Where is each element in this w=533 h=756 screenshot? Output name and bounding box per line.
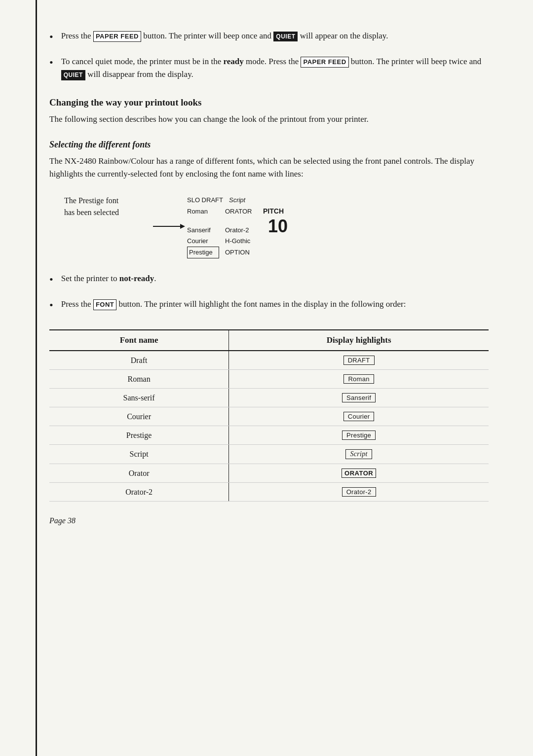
font-name-cell: Sans-serif bbox=[49, 389, 229, 407]
ready-bold: ready bbox=[224, 57, 244, 66]
font-kbd: FONT bbox=[93, 299, 116, 310]
bullet-text: Press the PAPER FEED button. The printer… bbox=[61, 30, 489, 42]
display-cell: Sanserif bbox=[229, 389, 489, 407]
font-name-cell: Orator-2 bbox=[49, 483, 229, 502]
display-cell: Courier bbox=[229, 407, 489, 426]
font-name-cell: Orator bbox=[49, 464, 229, 483]
font-name-cell: Roman bbox=[49, 370, 229, 389]
subsection-heading: Selecting the different fonts bbox=[49, 140, 489, 150]
section-body: The following section describes how you … bbox=[49, 113, 489, 126]
font-table: Font name Display highlights Draft DRAFT… bbox=[49, 329, 489, 502]
section-heading: Changing the way your printout looks bbox=[49, 97, 489, 108]
quiet-inverted-2: QUIET bbox=[61, 70, 85, 80]
list-item: • To cancel quiet mode, the printer must… bbox=[49, 55, 489, 81]
table-row: Prestige Prestige bbox=[49, 426, 489, 445]
table-header-font: Font name bbox=[49, 330, 229, 351]
display-diagram: The Prestige font has been selected SLO … bbox=[64, 195, 489, 258]
font-name-cell: Courier bbox=[49, 407, 229, 426]
paper-feed-kbd-2: PAPER FEED bbox=[301, 57, 348, 68]
display-row-4: Courier H-Gothic bbox=[187, 236, 288, 247]
diagram-label: The Prestige font has been selected bbox=[64, 195, 153, 218]
list-item: • Press the FONT button. The printer wil… bbox=[49, 298, 489, 314]
display-cell: Orator-2 bbox=[229, 483, 489, 502]
bullet-dot: • bbox=[49, 271, 53, 288]
table-row: Draft DRAFT bbox=[49, 351, 489, 370]
display-panel: SLO DRAFT Script Roman ORATOR PITCH Sans… bbox=[187, 195, 288, 258]
table-row: Orator-2 Orator-2 bbox=[49, 483, 489, 502]
svg-marker-1 bbox=[180, 224, 185, 229]
bottom-bullet-list: • Set the printer to not-ready. • Press … bbox=[49, 272, 489, 314]
display-row-3: Sanserif Orator-2 10 bbox=[187, 217, 288, 236]
diagram-arrow bbox=[153, 223, 185, 229]
table-row: Roman Roman bbox=[49, 370, 489, 389]
display-cell: Roman bbox=[229, 370, 489, 389]
list-item: • Set the printer to not-ready. bbox=[49, 272, 489, 288]
paper-feed-kbd-1: PAPER FEED bbox=[93, 31, 141, 42]
bullet-dot: • bbox=[49, 29, 53, 45]
list-item: • Press the PAPER FEED button. The print… bbox=[49, 30, 489, 45]
table-row: Orator ORATOR bbox=[49, 464, 489, 483]
bullet-text: To cancel quiet mode, the printer must b… bbox=[61, 55, 489, 81]
table-row: Sans-serif Sanserif bbox=[49, 389, 489, 407]
quiet-inverted-1: QUIET bbox=[273, 32, 298, 42]
bullet-text: Press the FONT button. The printer will … bbox=[61, 298, 489, 311]
display-row-1: SLO DRAFT Script bbox=[187, 195, 288, 206]
subsection-body: The NX-2480 Rainbow/Colour has a range o… bbox=[49, 155, 489, 181]
top-bullet-list: • Press the PAPER FEED button. The print… bbox=[49, 30, 489, 81]
table-header-display: Display highlights bbox=[229, 330, 489, 351]
display-cell: ORATOR bbox=[229, 464, 489, 483]
page-border bbox=[36, 0, 37, 756]
table-row: Courier Courier bbox=[49, 407, 489, 426]
display-cell: Script bbox=[229, 445, 489, 464]
page-number: Page 38 bbox=[49, 516, 489, 525]
font-name-cell: Script bbox=[49, 445, 229, 464]
display-cell: DRAFT bbox=[229, 351, 489, 370]
display-cell: Prestige bbox=[229, 426, 489, 445]
display-row-5: Prestige OPTION bbox=[187, 247, 288, 258]
font-name-cell: Draft bbox=[49, 351, 229, 370]
not-ready-bold: not-ready bbox=[119, 274, 154, 283]
arrow-icon bbox=[153, 223, 185, 229]
table-row: Script Script bbox=[49, 445, 489, 464]
bullet-dot: • bbox=[49, 54, 53, 71]
prestige-highlighted: Prestige bbox=[187, 247, 219, 258]
bullet-dot: • bbox=[49, 297, 53, 314]
bullet-text: Set the printer to not-ready. bbox=[61, 272, 489, 285]
font-name-cell: Prestige bbox=[49, 426, 229, 445]
